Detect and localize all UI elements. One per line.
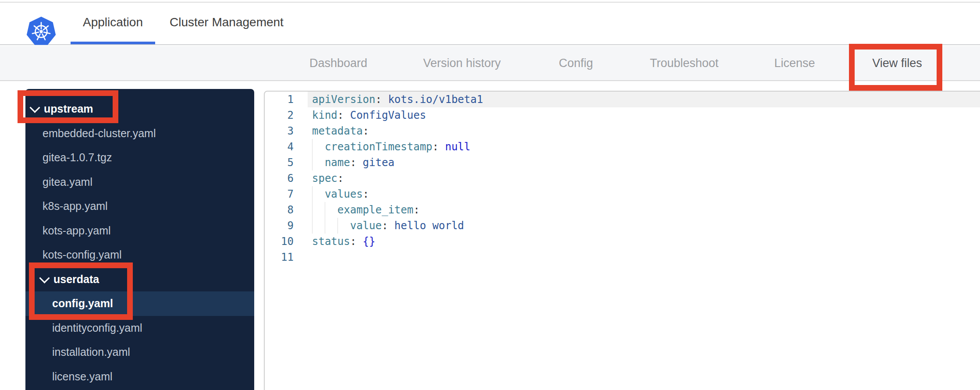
tree-item-label: embedded-cluster.yaml xyxy=(43,127,156,140)
code-content: example_item: xyxy=(308,202,980,218)
code-content: status: {} xyxy=(308,234,980,249)
line-number: 1 xyxy=(265,92,308,107)
code-line-1: 1apiVersion: kots.io/v1beta1 xyxy=(265,92,980,107)
code-line-3: 3metadata: xyxy=(265,123,980,139)
tab-troubleshoot[interactable]: Troubleshoot xyxy=(650,57,719,70)
tree-file-kots-app-yaml[interactable]: kots-app.yaml xyxy=(25,219,254,243)
kubernetes-logo-icon[interactable] xyxy=(26,17,56,46)
top-nav: ApplicationCluster Management xyxy=(0,3,980,45)
main-tab-application[interactable]: Application xyxy=(71,3,155,44)
tree-item-label: kots-config.yaml xyxy=(43,248,122,261)
kots-admin-console: ApplicationCluster Management DashboardV… xyxy=(0,0,980,390)
indent-guide xyxy=(325,202,325,218)
code-line-11: 11 xyxy=(265,249,980,265)
app-section-tabs: DashboardVersion historyConfigTroublesho… xyxy=(0,46,980,81)
tree-file-config-yaml[interactable]: config.yaml xyxy=(25,291,254,316)
tab-view-files[interactable]: View files xyxy=(872,57,922,70)
tree-item-label: userdata xyxy=(53,273,99,286)
code-line-9: 9 value: hello world xyxy=(265,218,980,234)
tree-item-label: identityconfig.yaml xyxy=(52,322,142,334)
file-viewer-editor[interactable]: 1apiVersion: kots.io/v1beta12kind: Confi… xyxy=(264,91,980,390)
code-line-5: 5 name: gitea xyxy=(265,155,980,170)
indent-guide xyxy=(312,139,312,155)
tree-item-label: kots-app.yaml xyxy=(43,224,111,237)
main-tab-cluster-management[interactable]: Cluster Management xyxy=(157,3,296,44)
indent-guide xyxy=(312,155,312,170)
line-number: 9 xyxy=(265,218,308,234)
line-number: 5 xyxy=(265,155,308,170)
code-line-8: 8 example_item: xyxy=(265,202,980,218)
indent-guide xyxy=(312,202,312,218)
tree-file-license-yaml[interactable]: license.yaml xyxy=(25,365,254,389)
code-content: apiVersion: kots.io/v1beta1 xyxy=(308,92,980,107)
line-number: 8 xyxy=(265,202,308,218)
tab-license[interactable]: License xyxy=(774,57,815,70)
tree-item-label: gitea.yaml xyxy=(43,176,92,188)
tree-item-label: gitea-1.0.7.tgz xyxy=(43,151,112,164)
code-content: values: xyxy=(308,186,980,202)
line-number: 4 xyxy=(265,139,308,155)
tab-config[interactable]: Config xyxy=(559,57,593,70)
line-number: 2 xyxy=(265,107,308,123)
tree-file-installation-yaml[interactable]: installation.yaml xyxy=(25,340,254,365)
tree-file-gitea-yaml[interactable]: gitea.yaml xyxy=(25,170,254,195)
code-content: spec: xyxy=(308,170,980,186)
code-line-4: 4 creationTimestamp: null xyxy=(265,139,980,155)
main-nav-tabs: ApplicationCluster Management xyxy=(71,3,296,44)
tree-item-label: license.yaml xyxy=(52,370,113,383)
code-content: value: hello world xyxy=(308,218,980,234)
chevron-down-icon[interactable] xyxy=(29,103,40,113)
code-line-6: 6spec: xyxy=(265,170,980,186)
tree-item-label: installation.yaml xyxy=(52,346,130,358)
indent-guide xyxy=(312,186,312,202)
tab-dashboard[interactable]: Dashboard xyxy=(309,57,367,70)
indent-guide xyxy=(337,218,338,234)
chevron-down-icon[interactable] xyxy=(39,273,50,283)
code-content: metadata: xyxy=(308,123,980,139)
tree-file-identityconfig-yaml[interactable]: identityconfig.yaml xyxy=(25,316,254,340)
code-line-7: 7 values: xyxy=(265,186,980,202)
tree-folder-userdata[interactable]: userdata xyxy=(25,267,254,292)
indent-guide xyxy=(325,218,325,234)
tree-file-kots-config-yaml[interactable]: kots-config.yaml xyxy=(25,243,254,267)
tab-version-history[interactable]: Version history xyxy=(423,57,501,70)
line-number: 6 xyxy=(265,170,308,186)
code-content xyxy=(308,249,980,265)
tree-file-embedded-cluster-yaml[interactable]: embedded-cluster.yaml xyxy=(25,121,254,146)
indent-guide xyxy=(312,218,312,234)
line-number: 3 xyxy=(265,123,308,139)
code-line-10: 10status: {} xyxy=(265,234,980,249)
tree-file-gitea-1-0-7-tgz[interactable]: gitea-1.0.7.tgz xyxy=(25,145,254,170)
tree-item-label: k8s-app.yaml xyxy=(43,200,108,213)
tree-folder-upstream[interactable]: upstream xyxy=(25,97,254,121)
code-content: kind: ConfigValues xyxy=(308,107,980,123)
line-number: 7 xyxy=(265,186,308,202)
tree-file-k8s-app-yaml[interactable]: k8s-app.yaml xyxy=(25,194,254,219)
code-line-2: 2kind: ConfigValues xyxy=(265,107,980,123)
tree-item-label: upstream xyxy=(44,103,93,115)
line-number: 10 xyxy=(265,234,308,249)
code-content: name: gitea xyxy=(308,155,980,170)
code-content: creationTimestamp: null xyxy=(308,139,980,155)
file-tree-sidebar: upstreamembedded-cluster.yamlgitea-1.0.7… xyxy=(25,89,254,390)
line-number: 11 xyxy=(265,249,308,265)
tree-item-label: config.yaml xyxy=(52,297,113,310)
